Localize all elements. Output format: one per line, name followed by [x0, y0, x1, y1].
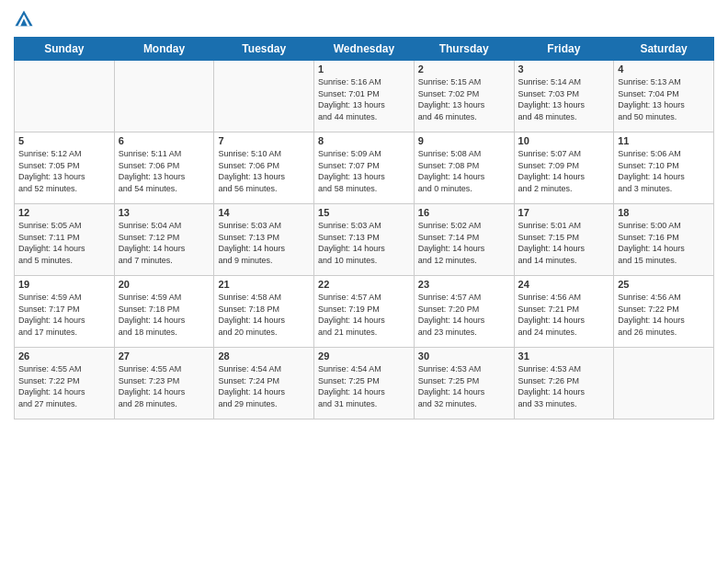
calendar-cell: 18Sunrise: 5:00 AM Sunset: 7:16 PM Dayli…: [614, 204, 714, 276]
calendar-cell: 30Sunrise: 4:53 AM Sunset: 7:25 PM Dayli…: [414, 348, 514, 419]
calendar-cell: 5Sunrise: 5:12 AM Sunset: 7:05 PM Daylig…: [15, 132, 115, 204]
calendar-cell: 28Sunrise: 4:54 AM Sunset: 7:24 PM Dayli…: [214, 348, 314, 419]
day-info: Sunrise: 4:58 AM Sunset: 7:18 PM Dayligh…: [218, 292, 310, 338]
day-number: 15: [318, 207, 410, 218]
calendar-cell: 22Sunrise: 4:57 AM Sunset: 7:19 PM Dayli…: [314, 276, 415, 348]
day-info: Sunrise: 5:05 AM Sunset: 7:11 PM Dayligh…: [18, 220, 110, 266]
day-number: 23: [418, 279, 510, 290]
day-info: Sunrise: 5:06 AM Sunset: 7:10 PM Dayligh…: [618, 148, 710, 194]
weekday-header-saturday: Saturday: [614, 38, 714, 61]
calendar-cell: 13Sunrise: 5:04 AM Sunset: 7:12 PM Dayli…: [114, 204, 214, 276]
day-info: Sunrise: 4:54 AM Sunset: 7:24 PM Dayligh…: [218, 363, 310, 409]
day-number: 30: [418, 350, 510, 362]
day-number: 8: [318, 135, 410, 146]
calendar-cell: 9Sunrise: 5:08 AM Sunset: 7:08 PM Daylig…: [414, 132, 514, 204]
day-info: Sunrise: 5:12 AM Sunset: 7:05 PM Dayligh…: [18, 148, 110, 194]
calendar-cell: 19Sunrise: 4:59 AM Sunset: 7:17 PM Dayli…: [15, 276, 115, 348]
calendar-cell: 7Sunrise: 5:10 AM Sunset: 7:06 PM Daylig…: [214, 132, 314, 204]
calendar-cell: 14Sunrise: 5:03 AM Sunset: 7:13 PM Dayli…: [214, 204, 314, 276]
calendar-week-2: 5Sunrise: 5:12 AM Sunset: 7:05 PM Daylig…: [15, 132, 714, 204]
calendar-cell: 10Sunrise: 5:07 AM Sunset: 7:09 PM Dayli…: [514, 132, 614, 204]
day-number: 17: [518, 207, 610, 218]
day-info: Sunrise: 5:04 AM Sunset: 7:12 PM Dayligh…: [119, 220, 210, 266]
day-info: Sunrise: 4:53 AM Sunset: 7:25 PM Dayligh…: [418, 363, 510, 409]
calendar-cell: 12Sunrise: 5:05 AM Sunset: 7:11 PM Dayli…: [15, 204, 115, 276]
weekday-header-tuesday: Tuesday: [214, 38, 314, 61]
day-info: Sunrise: 5:11 AM Sunset: 7:06 PM Dayligh…: [119, 148, 210, 194]
header: [14, 9, 714, 29]
day-info: Sunrise: 4:55 AM Sunset: 7:22 PM Dayligh…: [18, 363, 110, 409]
calendar-cell: 16Sunrise: 5:02 AM Sunset: 7:14 PM Dayli…: [414, 204, 514, 276]
calendar-cell: [214, 61, 314, 132]
weekday-header-row: SundayMondayTuesdayWednesdayThursdayFrid…: [15, 38, 714, 61]
day-number: 26: [18, 350, 110, 362]
day-info: Sunrise: 5:07 AM Sunset: 7:09 PM Dayligh…: [518, 148, 610, 194]
day-info: Sunrise: 4:54 AM Sunset: 7:25 PM Dayligh…: [318, 363, 410, 409]
day-info: Sunrise: 5:10 AM Sunset: 7:06 PM Dayligh…: [218, 148, 310, 194]
calendar-week-4: 19Sunrise: 4:59 AM Sunset: 7:17 PM Dayli…: [15, 276, 714, 348]
day-number: 9: [418, 135, 510, 146]
day-number: 29: [318, 350, 410, 362]
weekday-header-wednesday: Wednesday: [314, 38, 415, 61]
calendar-week-3: 12Sunrise: 5:05 AM Sunset: 7:11 PM Dayli…: [15, 204, 714, 276]
calendar-cell: 20Sunrise: 4:59 AM Sunset: 7:18 PM Dayli…: [114, 276, 214, 348]
calendar-cell: 6Sunrise: 5:11 AM Sunset: 7:06 PM Daylig…: [114, 132, 214, 204]
weekday-header-sunday: Sunday: [15, 38, 115, 61]
calendar-week-1: 1Sunrise: 5:16 AM Sunset: 7:01 PM Daylig…: [15, 61, 714, 132]
day-number: 12: [18, 207, 110, 218]
calendar-cell: 26Sunrise: 4:55 AM Sunset: 7:22 PM Dayli…: [15, 348, 115, 419]
day-info: Sunrise: 4:56 AM Sunset: 7:22 PM Dayligh…: [618, 292, 710, 338]
day-number: 21: [218, 279, 310, 290]
day-info: Sunrise: 5:02 AM Sunset: 7:14 PM Dayligh…: [418, 220, 510, 266]
day-number: 18: [618, 207, 710, 218]
calendar-table: SundayMondayTuesdayWednesdayThursdayFrid…: [14, 37, 714, 419]
day-number: 22: [318, 279, 410, 290]
calendar-cell: 31Sunrise: 4:53 AM Sunset: 7:26 PM Dayli…: [514, 348, 614, 419]
day-number: 1: [318, 63, 410, 75]
calendar-cell: 2Sunrise: 5:15 AM Sunset: 7:02 PM Daylig…: [414, 61, 514, 132]
calendar-cell: 25Sunrise: 4:56 AM Sunset: 7:22 PM Dayli…: [614, 276, 714, 348]
day-info: Sunrise: 5:00 AM Sunset: 7:16 PM Dayligh…: [618, 220, 710, 266]
day-number: 20: [119, 279, 210, 290]
day-info: Sunrise: 5:09 AM Sunset: 7:07 PM Dayligh…: [318, 148, 410, 194]
calendar-week-5: 26Sunrise: 4:55 AM Sunset: 7:22 PM Dayli…: [15, 348, 714, 419]
calendar-cell: 11Sunrise: 5:06 AM Sunset: 7:10 PM Dayli…: [614, 132, 714, 204]
weekday-header-thursday: Thursday: [414, 38, 514, 61]
logo-icon: [14, 9, 34, 29]
weekday-header-monday: Monday: [114, 38, 214, 61]
weekday-header-friday: Friday: [514, 38, 614, 61]
calendar-cell: [614, 348, 714, 419]
day-info: Sunrise: 5:03 AM Sunset: 7:13 PM Dayligh…: [318, 220, 410, 266]
day-number: 2: [418, 63, 510, 75]
day-info: Sunrise: 4:55 AM Sunset: 7:23 PM Dayligh…: [119, 363, 210, 409]
day-info: Sunrise: 4:56 AM Sunset: 7:21 PM Dayligh…: [518, 292, 610, 338]
day-info: Sunrise: 5:14 AM Sunset: 7:03 PM Dayligh…: [518, 76, 610, 122]
day-info: Sunrise: 4:57 AM Sunset: 7:20 PM Dayligh…: [418, 292, 510, 338]
calendar-page: SundayMondayTuesdayWednesdayThursdayFrid…: [0, 0, 728, 563]
day-number: 6: [119, 135, 210, 146]
day-number: 31: [518, 350, 610, 362]
day-info: Sunrise: 5:16 AM Sunset: 7:01 PM Dayligh…: [318, 76, 410, 122]
calendar-cell: 23Sunrise: 4:57 AM Sunset: 7:20 PM Dayli…: [414, 276, 514, 348]
calendar-cell: 29Sunrise: 4:54 AM Sunset: 7:25 PM Dayli…: [314, 348, 415, 419]
day-number: 14: [218, 207, 310, 218]
calendar-cell: 4Sunrise: 5:13 AM Sunset: 7:04 PM Daylig…: [614, 61, 714, 132]
calendar-cell: 1Sunrise: 5:16 AM Sunset: 7:01 PM Daylig…: [314, 61, 415, 132]
day-number: 10: [518, 135, 610, 146]
day-number: 19: [18, 279, 110, 290]
calendar-cell: 15Sunrise: 5:03 AM Sunset: 7:13 PM Dayli…: [314, 204, 415, 276]
logo: [14, 9, 38, 29]
day-info: Sunrise: 5:03 AM Sunset: 7:13 PM Dayligh…: [218, 220, 310, 266]
day-info: Sunrise: 5:08 AM Sunset: 7:08 PM Dayligh…: [418, 148, 510, 194]
day-number: 4: [618, 63, 710, 75]
day-number: 16: [418, 207, 510, 218]
day-info: Sunrise: 4:57 AM Sunset: 7:19 PM Dayligh…: [318, 292, 410, 338]
calendar-cell: 8Sunrise: 5:09 AM Sunset: 7:07 PM Daylig…: [314, 132, 415, 204]
day-number: 25: [618, 279, 710, 290]
calendar-cell: [114, 61, 214, 132]
day-number: 11: [618, 135, 710, 146]
day-number: 3: [518, 63, 610, 75]
day-info: Sunrise: 5:15 AM Sunset: 7:02 PM Dayligh…: [418, 76, 510, 122]
calendar-cell: [15, 61, 115, 132]
calendar-cell: 24Sunrise: 4:56 AM Sunset: 7:21 PM Dayli…: [514, 276, 614, 348]
